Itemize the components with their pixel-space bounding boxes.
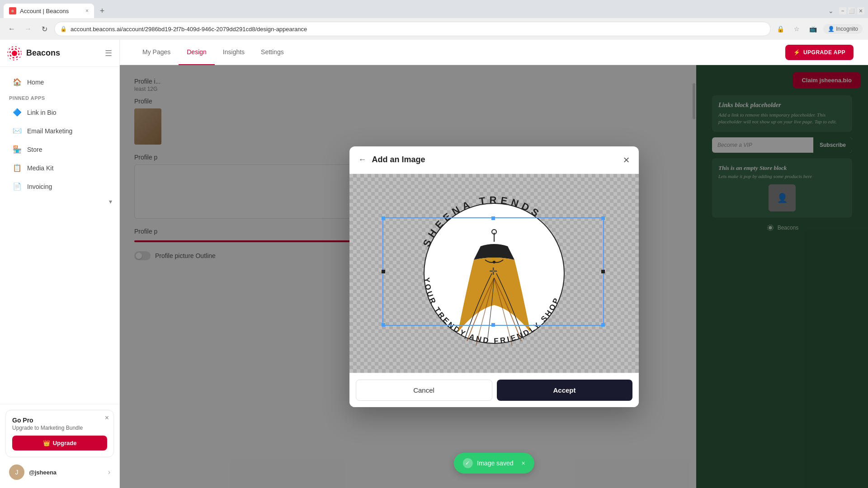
sidebar: Beacons ☰ 🏠 Home PINNED APPS 🔷 Link in B… (0, 40, 120, 488)
upgrade-label: Upgrade (53, 440, 77, 446)
reload-button[interactable]: ↻ (38, 23, 51, 35)
app-layout: Beacons ☰ 🏠 Home PINNED APPS 🔷 Link in B… (0, 40, 868, 488)
tab-design[interactable]: Design (179, 40, 215, 65)
top-nav-links: My Pages Design Insights Settings (134, 40, 292, 65)
modal-backdrop[interactable]: ← Add an Image × (120, 65, 868, 488)
crop-handle-tl[interactable] (382, 216, 385, 220)
browser-extension-icon[interactable]: 🔒 (774, 23, 787, 35)
media-kit-icon: 📋 (13, 164, 22, 172)
crop-selection-area[interactable]: ✛ (382, 217, 604, 326)
user-name: @jsheena (29, 469, 57, 476)
main-content: My Pages Design Insights Settings ⚡ UPGR… (120, 40, 868, 488)
top-nav: My Pages Design Insights Settings ⚡ UPGR… (120, 40, 868, 65)
modal-close-icon[interactable]: × (623, 155, 629, 165)
upgrade-app-label: UPGRADE APP (803, 49, 845, 56)
browser-chrome: B Account | Beacons × + ⌄ − ⬜ × ← → ↻ 🔒 … (0, 0, 868, 40)
accept-button[interactable]: Accept (497, 380, 632, 401)
modal-image-canvas: ✛ SHE (349, 174, 639, 373)
invoicing-icon: 📄 (13, 182, 22, 191)
crop-handle-bl[interactable] (382, 323, 385, 327)
store-label: Store (27, 146, 42, 153)
tab-favicon: B (9, 7, 16, 14)
crop-handle-tc[interactable] (491, 216, 495, 220)
toast-close-icon[interactable]: × (521, 460, 525, 467)
upgrade-button[interactable]: 👑 Upgrade (12, 436, 107, 450)
beacons-logo-icon (7, 46, 22, 61)
modal-title: Add an Image (372, 155, 618, 164)
crop-handle-bc[interactable] (491, 323, 495, 327)
tab-settings[interactable]: Settings (253, 40, 292, 65)
toast-message: Image saved (477, 460, 513, 467)
sidebar-item-email-marketing[interactable]: ✉️ Email Marketing (4, 122, 116, 140)
sidebar-nav: 🏠 Home PINNED APPS 🔷 Link in Bio ✉️ Emai… (0, 67, 119, 404)
tab-my-pages[interactable]: My Pages (134, 40, 179, 65)
go-pro-close-icon[interactable]: × (105, 414, 109, 422)
forward-button[interactable]: → (22, 23, 34, 35)
modal-back-icon[interactable]: ← (359, 155, 367, 164)
upgrade-app-icon: ⚡ (793, 49, 801, 56)
sidebar-item-link-in-bio[interactable]: 🔷 Link in Bio (4, 103, 116, 121)
upgrade-app-button[interactable]: ⚡ UPGRADE APP (785, 45, 854, 60)
home-icon: 🏠 (13, 78, 22, 86)
sidebar-expand-icon[interactable]: ▾ (0, 196, 119, 207)
address-bar[interactable]: 🔒 account.beacons.ai/account/2986bd19-2f… (54, 22, 771, 36)
link-in-bio-label: Link in Bio (27, 109, 57, 116)
go-pro-description: Upgrade to Marketing Bundle (12, 425, 107, 431)
content-area: Profile i...least 12G Profile Profile p … (120, 65, 868, 488)
crop-handle-mr[interactable] (601, 270, 605, 273)
home-label: Home (27, 79, 44, 86)
logo: Beacons (7, 46, 60, 61)
sidebar-item-invoicing[interactable]: 📄 Invoicing (4, 178, 116, 195)
tab-insights[interactable]: Insights (215, 40, 253, 65)
user-avatar: J (9, 465, 24, 480)
pinned-apps-label: PINNED APPS (0, 92, 119, 103)
go-pro-title: Go Pro (12, 417, 107, 424)
go-pro-banner: × Go Pro Upgrade to Marketing Bundle 👑 U… (5, 410, 114, 457)
close-window-button[interactable]: × (857, 7, 864, 14)
close-tab-icon[interactable]: × (85, 8, 89, 14)
toast-check-icon: ✓ (462, 458, 472, 468)
svg-point-0 (12, 51, 17, 56)
move-icon[interactable]: ✛ (489, 266, 497, 277)
active-tab[interactable]: B Account | Beacons × (4, 4, 94, 18)
sidebar-header: Beacons ☰ (0, 40, 119, 67)
logo-text: Beacons (26, 48, 60, 58)
sidebar-item-store[interactable]: 🏪 Store (4, 141, 116, 158)
modal-footer: Cancel Accept (349, 373, 639, 407)
email-marketing-label: Email Marketing (27, 127, 72, 135)
lock-icon: 🔒 (60, 26, 67, 32)
email-marketing-icon: ✉️ (13, 127, 22, 135)
star-icon[interactable]: ☆ (791, 23, 803, 35)
user-row[interactable]: J @jsheena › (5, 462, 114, 483)
add-image-modal: ← Add an Image × (349, 146, 639, 407)
cancel-button[interactable]: Cancel (356, 380, 492, 401)
invoicing-label: Invoicing (27, 183, 52, 190)
profile-icon[interactable]: 👤 Incognito (823, 24, 863, 34)
sidebar-item-media-kit[interactable]: 📋 Media Kit (4, 159, 116, 177)
user-chevron-icon: › (108, 468, 110, 476)
back-button[interactable]: ← (5, 23, 18, 35)
store-icon: 🏪 (13, 145, 22, 154)
restore-button[interactable]: ⬜ (848, 7, 855, 14)
sidebar-footer: × Go Pro Upgrade to Marketing Bundle 👑 U… (0, 404, 119, 488)
window-controls: ⌄ − ⬜ × (828, 7, 864, 14)
url-text: account.beacons.ai/account/2986bd19-2f7b… (71, 26, 307, 33)
browser-address-bar-row: ← → ↻ 🔒 account.beacons.ai/account/2986b… (0, 18, 868, 40)
upgrade-icon: 👑 (43, 440, 50, 446)
tab-title: Account | Beacons (20, 8, 69, 14)
media-kit-label: Media Kit (27, 164, 53, 172)
minimize-button[interactable]: − (839, 7, 846, 14)
modal-header: ← Add an Image × (349, 146, 639, 174)
crop-handle-ml[interactable] (382, 270, 385, 273)
crop-handle-tr[interactable] (601, 216, 605, 220)
sidebar-item-home[interactable]: 🏠 Home (4, 73, 116, 91)
tab-bar: B Account | Beacons × + ⌄ − ⬜ × (0, 0, 868, 18)
image-saved-toast: ✓ Image saved × (453, 453, 534, 474)
hamburger-icon[interactable]: ☰ (105, 48, 112, 58)
cast-icon[interactable]: 📺 (807, 23, 820, 35)
crop-handle-br[interactable] (601, 323, 605, 327)
window-list-icon[interactable]: ⌄ (828, 7, 834, 14)
new-tab-button[interactable]: + (96, 5, 108, 17)
link-in-bio-icon: 🔷 (13, 108, 22, 117)
